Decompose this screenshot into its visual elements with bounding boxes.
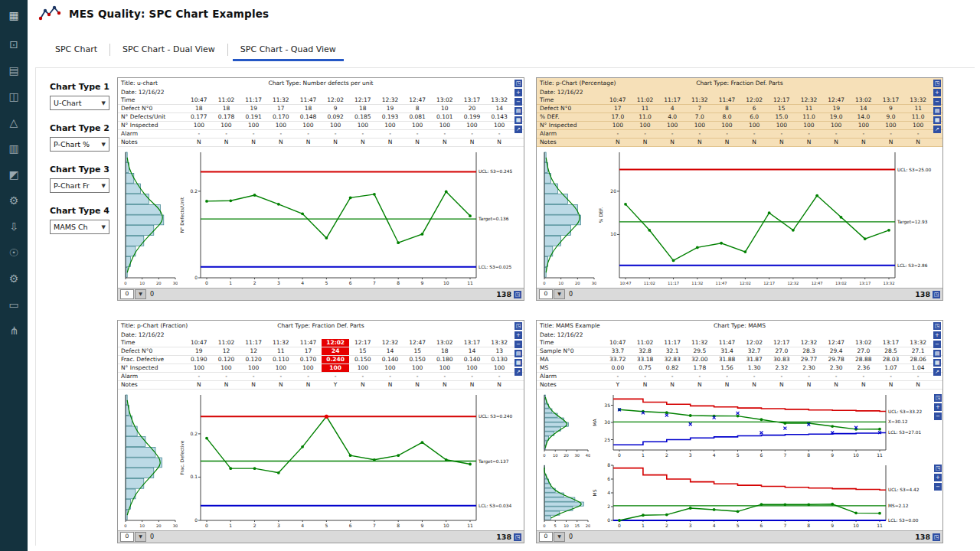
svg-text:0: 0 [194,275,198,280]
table-cell: 9.0 [877,113,905,121]
zoom-in-icon[interactable]: + [514,89,522,96]
table-cell: - [295,373,322,380]
zoom-in-icon[interactable]: + [514,331,522,339]
tab-spc-chart[interactable]: SPC Chart [44,40,108,61]
chart-plot-row: 010203000.201234567891011N° Defects/Unit… [118,147,524,288]
svg-text:5: 5 [554,523,557,528]
histogram: 0102030 [118,390,178,530]
table-icon[interactable]: ▤ [514,107,522,115]
svg-text:10: 10 [139,281,145,285]
detach-icon[interactable]: ◳ [933,533,940,541]
grid-icon[interactable]: ▦ [514,116,522,124]
table-icon[interactable]: ▤ [933,107,941,115]
table-cell: 24 [322,347,349,355]
detach-icon[interactable]: ◳ [933,291,940,298]
grid-icon[interactable]: ▦ [514,359,522,367]
zoom-out-icon[interactable]: − [933,341,941,348]
workflow-icon[interactable]: ⋔ [5,321,23,340]
table-icon[interactable]: ▤ [514,350,522,357]
zoom-in-icon[interactable]: + [934,474,942,481]
scroll-spin-button[interactable]: ▼ [554,532,565,542]
svg-text:11:32: 11:32 [691,281,703,285]
table-cell: 15 [403,347,431,355]
zoom-out-icon[interactable]: − [934,412,942,420]
scroll-spin-button[interactable]: ▼ [554,289,565,299]
form-icon[interactable]: ▤ [5,61,23,80]
svg-text:6: 6 [760,523,763,528]
zoom-out-icon[interactable]: − [514,341,522,348]
chart-grid: Title: u-chartChart Type: Number defects… [117,77,943,543]
export-icon[interactable]: ↗ [933,368,941,376]
chart-type-1-select[interactable]: U-Chart ▼ [50,96,109,110]
table-cell: - [322,373,349,380]
table-cell: 28.03 [877,356,905,364]
table-cell: 6.0 [740,113,768,121]
chart-type-4-value: MAMS Ch [54,223,88,231]
table-cell: - [686,130,714,138]
export-icon[interactable]: ↗ [514,368,522,376]
monitor-icon[interactable]: ⊡ [5,35,23,54]
automation-icon[interactable]: ⚙ [5,191,23,210]
tab-spc-chart-quad-view[interactable]: SPC Chart - Quad View [230,40,347,61]
zoom-out-icon[interactable]: − [933,98,941,106]
detach-icon[interactable]: ◳ [514,291,521,298]
svg-text:25: 25 [604,437,610,442]
flask-icon[interactable]: △ [5,113,23,132]
app-menu-icon[interactable]: ▦ [5,6,23,24]
scroll-spin-button[interactable]: ▼ [135,289,146,299]
grid-icon[interactable]: ▦ [933,116,941,124]
svg-text:9: 9 [421,280,424,285]
zoom-in-icon[interactable]: + [934,403,942,411]
detach-icon[interactable]: ◳ [514,533,521,541]
table-icon[interactable]: ▤ [933,350,941,357]
folder-icon[interactable]: ▭ [5,295,23,314]
row-label: Time [537,339,604,347]
contacts-icon[interactable]: ◫ [5,87,23,106]
scroll-max: 138 [496,533,511,541]
chart-type-3-select[interactable]: P-Chart Fr ▼ [50,178,109,193]
table-cell: 100 [240,122,267,129]
chart-scrollbar[interactable]: 0▼0138◳ [537,288,942,300]
table-cell: N [822,381,850,389]
tab-spc-chart-dual-view[interactable]: SPC Chart - Dual View [112,40,226,61]
svg-text:0: 0 [543,281,545,285]
table-cell: 12:02 [740,96,768,104]
table-cell: 1.07 [877,364,905,372]
chart-type-2-select[interactable]: P-Chart % ▼ [50,137,109,152]
svg-text:8: 8 [807,523,810,528]
maximize-icon[interactable]: ◳ [934,394,942,402]
table-cell: 12:17 [768,96,795,104]
table-cell: 13:02 [850,339,877,347]
table-cell: 11.0 [632,113,659,121]
zoom-out-icon[interactable]: − [934,483,942,491]
maximize-icon[interactable]: ◳ [514,322,522,330]
zoom-in-icon[interactable]: + [933,89,941,96]
export-icon[interactable]: ↗ [933,126,941,133]
team-icon[interactable]: ◩ [5,165,23,184]
chart-scrollbar[interactable]: 0▼0138◳ [118,530,524,543]
table-cell: 30.83 [768,356,795,364]
table-cell: 11:02 [213,96,240,104]
user-icon[interactable]: ☉ [5,243,23,262]
table-cell: N [459,381,486,389]
maximize-icon[interactable]: ◳ [934,465,942,472]
grid-icon[interactable]: ▦ [933,359,941,367]
chart-scrollbar[interactable]: 0▼0138◳ [118,288,524,300]
chart-scrollbar[interactable]: 0▼0138◳ [537,530,942,543]
settings-icon[interactable]: ⚙ [5,269,23,288]
table-cell: 12:02 [322,339,349,347]
svg-text:8: 8 [397,280,400,285]
zoom-in-icon[interactable]: + [933,331,941,339]
chart-icon[interactable]: ▥ [5,139,23,158]
zoom-out-icon[interactable]: − [514,98,522,106]
maximize-icon[interactable]: ◳ [933,80,941,87]
table-cell: N [185,139,213,146]
maximize-icon[interactable]: ◳ [514,80,522,87]
scroll-spin-button[interactable]: ▼ [135,532,146,542]
table-cell: Y [604,381,632,389]
chart-type-4-select[interactable]: MAMS Ch ▼ [50,220,109,234]
maximize-icon[interactable]: ◳ [933,322,941,330]
export-icon[interactable]: ↗ [514,126,522,133]
chart-type-4-label: Chart Type 4 [50,206,123,216]
download-icon[interactable]: ⇩ [5,217,23,236]
